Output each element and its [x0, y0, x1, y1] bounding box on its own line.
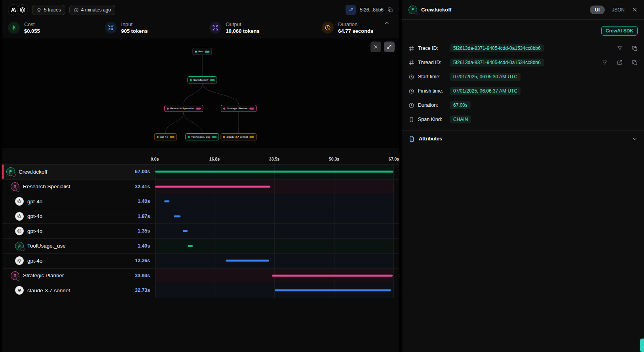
- graph-node[interactable]: gpt-4o: [154, 133, 177, 140]
- span-bar[interactable]: [183, 230, 188, 232]
- node-duration-pill: [212, 136, 217, 138]
- clock-icon: [408, 74, 414, 80]
- detail-value[interactable]: 07/01/2025, 06:06:37 AM UTC: [450, 87, 521, 95]
- detail-row: Trace ID: 5f2613da-8371-9405-fcdd-0a1534…: [408, 41, 638, 55]
- detail-value[interactable]: 67.00s: [450, 101, 471, 109]
- external-icon[interactable]: [617, 60, 623, 66]
- graph-node[interactable]: claude-3.7-sonnet: [220, 133, 256, 140]
- document-icon: [408, 136, 415, 142]
- node-label: ToolUsage._use: [191, 136, 210, 138]
- tab-ui[interactable]: UI: [590, 6, 605, 14]
- graph-node[interactable]: Strategic Planner: [221, 105, 256, 112]
- graph-node[interactable]: Run: [192, 48, 212, 55]
- detail-value[interactable]: 5f2613da-8371-9405-fcdd-0a1534cc8bb6: [450, 44, 544, 52]
- node-duration-pill: [169, 136, 174, 138]
- trace-span-row[interactable]: Strategic Planner 33.94s: [2, 269, 399, 284]
- in-icon: [105, 22, 117, 34]
- close-panel-icon[interactable]: [632, 7, 638, 13]
- attributes-section-header[interactable]: Attributes: [402, 131, 644, 147]
- node-label: Crew.kickoff: [194, 79, 209, 81]
- filter-icon[interactable]: [602, 60, 608, 66]
- span-bar[interactable]: [174, 215, 180, 217]
- crew-icon: [6, 167, 15, 176]
- trace-span-row[interactable]: Crew.kickoff 67.00s: [2, 165, 399, 180]
- node-duration-pill: [210, 79, 215, 81]
- metrics-button[interactable]: [346, 5, 356, 15]
- trace-age-badge[interactable]: 4 minutes ago: [69, 5, 115, 15]
- span-name: claude-3.7-sonnet: [27, 288, 70, 293]
- chevron-up-icon[interactable]: [384, 20, 390, 26]
- tab-json[interactable]: JSON: [612, 7, 625, 13]
- sdk-sub-badge: [414, 11, 418, 15]
- close-graph-button[interactable]: [370, 42, 381, 52]
- model-logo-stack: [8, 4, 28, 15]
- expand-graph-button[interactable]: [384, 42, 395, 52]
- stat-output: Output 10,060 tokens: [209, 21, 322, 34]
- node-type-icon: [167, 108, 169, 110]
- clock-icon: [74, 8, 79, 13]
- span-bar[interactable]: [188, 245, 193, 247]
- openai-logo-icon: [15, 227, 24, 235]
- layers-icon: [36, 8, 42, 13]
- span-duration: 12.26s: [135, 258, 155, 263]
- detail-value[interactable]: CHAIN: [450, 115, 471, 123]
- dollar-icon: [8, 22, 20, 34]
- copy-icon[interactable]: [388, 7, 393, 13]
- tool-icon: [15, 242, 24, 250]
- trace-span-row[interactable]: ToolUsage._use 1.49s: [2, 239, 399, 254]
- hash-icon: [408, 45, 414, 51]
- openai-logo-icon: [17, 4, 28, 15]
- trace-span-row[interactable]: gpt-4o 1.40s: [2, 194, 399, 209]
- filter-icon[interactable]: [617, 45, 623, 51]
- sdk-sub-badge: [12, 173, 16, 177]
- sdk-badge[interactable]: CrewAI SDK: [601, 26, 638, 36]
- detail-row: Thread ID: 5f2613da-8371-9405-fcdd-0a153…: [408, 55, 638, 70]
- stat-label: Duration: [338, 21, 373, 27]
- span-name: gpt-4o: [27, 258, 42, 264]
- traces-count-badge[interactable]: 5 traces: [32, 5, 65, 15]
- trace-span-row[interactable]: gpt-4o 1.35s: [2, 224, 399, 239]
- stat-value: $0.055: [24, 28, 40, 34]
- detail-value[interactable]: 07/01/2025, 06:05:30 AM UTC: [450, 73, 521, 81]
- chevron-down-icon[interactable]: [632, 136, 638, 142]
- traces-count-label: 5 traces: [44, 7, 61, 13]
- scrollbar-thumb[interactable]: [640, 339, 644, 352]
- span-bar[interactable]: [155, 171, 393, 173]
- stats-row: Cost $0.055 Input 905 tokens Output 10,0…: [2, 20, 399, 38]
- copy-icon[interactable]: [632, 60, 638, 66]
- span-bar[interactable]: [272, 274, 393, 276]
- graph-controls: [370, 42, 395, 52]
- graph-node[interactable]: Crew.kickoff: [188, 76, 217, 83]
- hash-icon: [408, 60, 414, 66]
- graph-node[interactable]: ToolUsage._use: [185, 133, 219, 140]
- stat-label: Input: [121, 21, 148, 27]
- detail-row: Span Kind: CHAIN: [408, 112, 638, 127]
- graph-node[interactable]: Research Specialist: [164, 105, 203, 112]
- trace-span-row[interactable]: gpt-4o 12.26s: [2, 254, 399, 269]
- detail-value[interactable]: 5f2613da-8371-9405-fcdd-0a1534cc8bb6: [450, 59, 544, 66]
- waterfall-rows: Crew.kickoff 67.00s Research Specialist …: [2, 164, 399, 298]
- openai-logo-icon: [15, 256, 24, 265]
- crew-icon: [408, 6, 417, 14]
- panel-title: Crew.kickoff: [421, 7, 452, 13]
- trace-age-label: 4 minutes ago: [81, 7, 111, 13]
- span-bar[interactable]: [226, 260, 269, 262]
- span-bar[interactable]: [155, 185, 270, 187]
- span-name: gpt-4o: [27, 199, 42, 204]
- span-name: Strategic Planner: [23, 273, 64, 278]
- span-bar[interactable]: [164, 201, 169, 202]
- panel-gap: [399, 0, 402, 352]
- out-icon: [209, 22, 221, 34]
- node-type-icon: [223, 108, 225, 110]
- node-label: gpt-4o: [160, 136, 168, 138]
- trace-graph-canvas[interactable]: Run Crew.kickoff Research Specialist Str…: [2, 38, 399, 148]
- node-type-icon: [157, 136, 159, 138]
- node-label: claude-3.7-sonnet: [226, 136, 248, 138]
- span-duration: 1.49s: [138, 243, 155, 249]
- span-bar[interactable]: [275, 290, 391, 291]
- trace-span-row[interactable]: claude-3.7-sonnet 32.73s: [2, 283, 399, 298]
- trace-span-row[interactable]: Research Specialist 32.41s: [2, 180, 399, 195]
- copy-icon[interactable]: [632, 45, 638, 51]
- trace-span-row[interactable]: gpt-4o 1.87s: [2, 209, 399, 224]
- clock-icon: [408, 88, 414, 94]
